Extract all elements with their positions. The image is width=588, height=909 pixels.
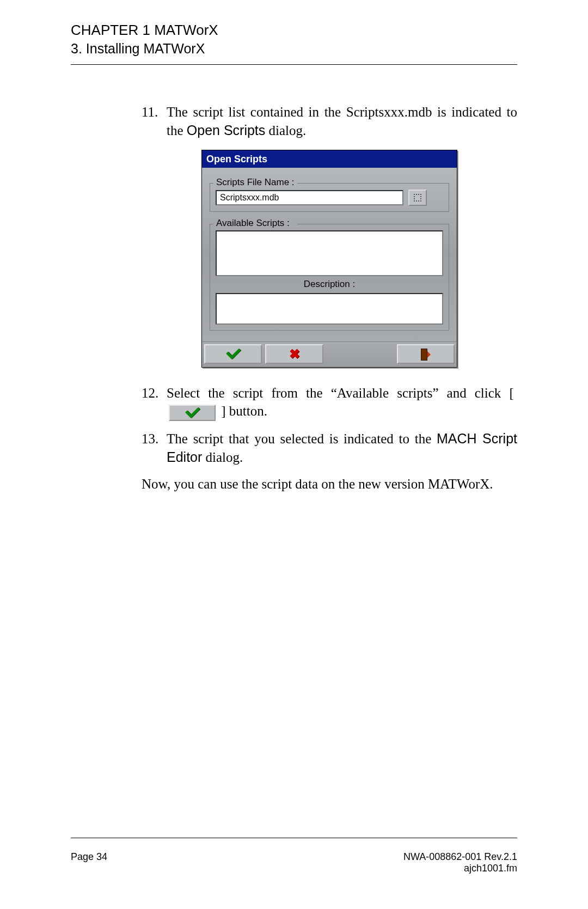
dialog-body: Scripts File Name : Available Scripts : …: [202, 168, 457, 341]
dialog-name-text: Open Scripts: [187, 123, 266, 138]
page-header: CHAPTER 1 MATWorX 3. Installing MATWorX: [71, 22, 517, 57]
step-body: The script list contained in the Scripts…: [167, 103, 517, 140]
footer-rule: [71, 838, 517, 838]
check-icon: [227, 351, 240, 356]
file-name-label: Scripts File Name :: [215, 176, 296, 189]
cancel-button[interactable]: ✖: [265, 344, 323, 364]
closing-text: Now, you can use the script data on the …: [142, 475, 517, 493]
step-11: 11. The script list contained in the Scr…: [142, 103, 517, 140]
file-name-input[interactable]: [216, 190, 403, 205]
step-number: 11.: [142, 103, 167, 140]
step-body: The script that you selected is indicate…: [167, 430, 517, 467]
description-label: Description :: [216, 278, 443, 291]
description-box[interactable]: [216, 293, 443, 325]
dialog-button-row: ✖: [202, 341, 457, 367]
available-scripts-listbox[interactable]: [216, 230, 443, 276]
step-number: 12.: [142, 384, 167, 421]
document-page: CHAPTER 1 MATWorX 3. Installing MATWorX …: [0, 0, 588, 909]
page-number: Page 34: [71, 851, 107, 874]
header-rule: [71, 64, 517, 65]
section-title: 3. Installing MATWorX: [71, 41, 517, 57]
exit-button[interactable]: [397, 344, 455, 364]
content-area: 11. The script list contained in the Scr…: [71, 103, 517, 493]
check-icon: [186, 410, 199, 415]
dialog-titlebar: Open Scripts: [202, 150, 457, 168]
page-footer: Page 34 NWA-008862-001 Rev.2.1 ajch1001.…: [71, 851, 517, 874]
step-13: 13. The script that you selected is indi…: [142, 430, 517, 467]
inline-ok-button: [169, 405, 216, 421]
file-name-group: Scripts File Name :: [210, 183, 449, 212]
open-scripts-dialog: Open Scripts Scripts File Name : Availab…: [201, 150, 457, 368]
ok-button[interactable]: [204, 344, 262, 364]
step-text-after: dialog.: [265, 123, 306, 138]
dialog-screenshot: Open Scripts Scripts File Name : Availab…: [142, 150, 517, 368]
doc-id: NWA-008862-001 Rev.2.1: [403, 851, 517, 863]
step-text-after: ] button.: [218, 404, 267, 418]
chapter-title: CHAPTER 1 MATWorX: [71, 22, 517, 39]
available-scripts-group: Available Scripts : Description :: [210, 224, 449, 331]
step-12: 12. Select the script from the “Availabl…: [142, 384, 517, 421]
step-text: Select the script from the “Available sc…: [167, 386, 517, 400]
browse-button[interactable]: [408, 190, 427, 206]
step-number: 13.: [142, 430, 167, 467]
x-icon: ✖: [289, 347, 300, 361]
step-text-after: dialog.: [202, 450, 243, 465]
exit-icon: [421, 349, 431, 359]
step-body: Select the script from the “Available sc…: [167, 384, 517, 421]
step-text: The script that you selected is indicate…: [167, 431, 437, 446]
browse-icon: [414, 194, 421, 202]
available-scripts-label: Available Scripts :: [215, 217, 291, 230]
file-name: ajch1001.fm: [403, 863, 517, 874]
footer-right: NWA-008862-001 Rev.2.1 ajch1001.fm: [403, 851, 517, 874]
